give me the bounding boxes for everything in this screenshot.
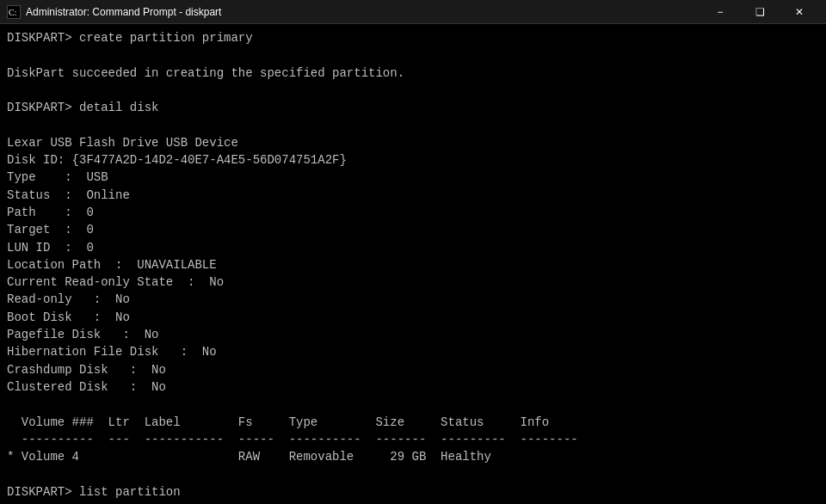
svg-text:C:: C: — [9, 8, 16, 17]
window-title: Administrator: Command Prompt - diskpart — [26, 6, 221, 18]
terminal-line: Current Read-only State : No — [7, 274, 819, 291]
terminal-line: Status : Online — [7, 187, 819, 204]
terminal-line: Pagefile Disk : No — [7, 326, 819, 343]
window: C: Administrator: Command Prompt - diskp… — [0, 0, 826, 504]
terminal-line: Boot Disk : No — [7, 309, 819, 326]
terminal-line: DISKPART> create partition primary — [7, 29, 819, 46]
title-bar-left: C: Administrator: Command Prompt - diskp… — [7, 5, 221, 19]
terminal-line: LUN ID : 0 — [7, 239, 819, 256]
cmd-icon: C: — [7, 5, 21, 19]
terminal-line: DiskPart succeeded in creating the speci… — [7, 65, 819, 82]
terminal-content[interactable]: DISKPART> create partition primaryDiskPa… — [0, 24, 826, 504]
terminal-line: Crashdump Disk : No — [7, 361, 819, 378]
window-controls: − ❑ ✕ — [700, 0, 819, 24]
terminal-line: Location Path : UNAVAILABLE — [7, 256, 819, 274]
terminal-line — [7, 501, 819, 504]
minimize-button[interactable]: − — [700, 0, 740, 24]
terminal-line — [7, 465, 819, 482]
terminal-line: Clustered Disk : No — [7, 378, 819, 396]
terminal-line: Disk ID: {3F477A2D-14D2-40E7-A4E5-56D074… — [7, 151, 819, 169]
terminal-line — [7, 82, 819, 99]
terminal-line: DISKPART> list partition — [7, 483, 819, 501]
terminal-line — [7, 46, 819, 64]
terminal-line: Path : 0 — [7, 204, 819, 221]
terminal-line: ---------- --- ----------- ----- -------… — [7, 431, 819, 448]
terminal-line: Volume ### Ltr Label Fs Type Size Status… — [7, 414, 819, 431]
title-bar: C: Administrator: Command Prompt - diskp… — [0, 0, 826, 24]
terminal-line — [7, 396, 819, 413]
terminal-line: * Volume 4 RAW Removable 29 GB Healthy — [7, 448, 819, 465]
close-button[interactable]: ✕ — [780, 0, 819, 24]
terminal-line: Hibernation File Disk : No — [7, 343, 819, 360]
terminal-line: Target : 0 — [7, 221, 819, 238]
terminal-line: Type : USB — [7, 169, 819, 186]
terminal-line: DISKPART> detail disk — [7, 99, 819, 116]
terminal-line — [7, 116, 819, 133]
terminal-line: Lexar USB Flash Drive USB Device — [7, 134, 819, 151]
maximize-button[interactable]: ❑ — [740, 0, 780, 24]
terminal-line: Read-only : No — [7, 291, 819, 308]
